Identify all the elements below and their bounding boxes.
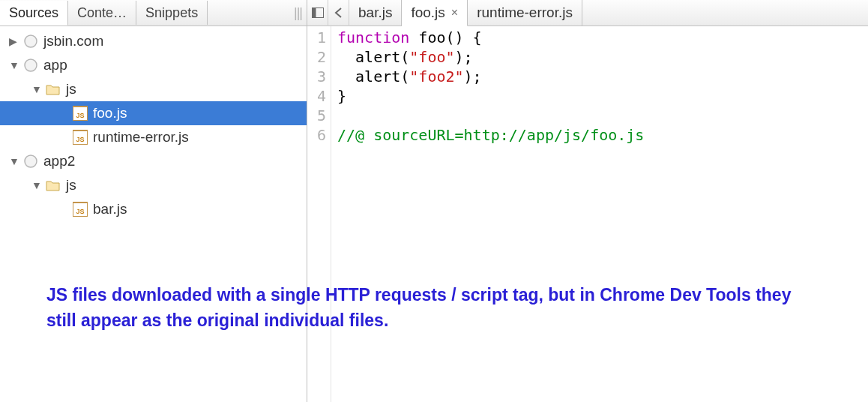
folder-icon	[45, 81, 61, 98]
chevron-down-icon: ▼	[31, 179, 45, 191]
js-file-icon: JS	[72, 105, 88, 122]
tree-file-foo-js[interactable]: JS foo.js	[0, 101, 307, 125]
devtools-root: Sources Conte… Snippets ||| ▶ jsbin.com …	[0, 0, 868, 402]
chevron-right-icon: ▶	[9, 35, 22, 47]
tree-label: foo.js	[93, 105, 127, 122]
close-icon[interactable]: ×	[451, 6, 458, 20]
code-token: }	[337, 87, 346, 105]
editor-tab-runtime-error-js[interactable]: runtime-error.js	[468, 0, 582, 26]
code-token: "foo2"	[409, 68, 463, 86]
overlay-annotation: JS files downloaded with a single HTTP r…	[46, 282, 819, 333]
tree-label: runtime-error.js	[93, 129, 189, 146]
line-number: 1	[307, 28, 326, 47]
tree-domain-app[interactable]: ▼ app	[0, 53, 307, 77]
editor-tab-bar-js[interactable]: bar.js	[349, 0, 402, 26]
tab-label: bar.js	[358, 4, 392, 21]
editor-area: bar.js foo.js × runtime-error.js 1 2 3 4…	[307, 0, 868, 402]
tree-domain-jsbin[interactable]: ▶ jsbin.com	[0, 29, 307, 53]
sidebar-tabstrip: Sources Conte… Snippets |||	[0, 0, 307, 26]
chevron-down-icon: ▼	[9, 59, 22, 71]
line-gutter: 1 2 3 4 5 6	[307, 26, 331, 402]
svg-point-2	[25, 155, 37, 167]
tab-label: foo.js	[411, 4, 444, 21]
svg-point-1	[25, 59, 37, 71]
tree-domain-app2[interactable]: ▼ app2	[0, 149, 307, 173]
tab-content-scripts[interactable]: Conte…	[68, 1, 136, 25]
code-token: foo() {	[409, 28, 481, 46]
tree-label: jsbin.com	[43, 33, 103, 50]
line-number: 3	[307, 67, 326, 86]
tab-sources[interactable]: Sources	[0, 1, 68, 26]
domain-icon	[22, 57, 39, 74]
editor-tabstrip: bar.js foo.js × runtime-error.js	[307, 0, 868, 26]
js-file-icon: JS	[72, 201, 88, 218]
js-file-icon: JS	[72, 129, 88, 146]
tree-file-runtime-error-js[interactable]: JS runtime-error.js	[0, 125, 307, 149]
code-token: "foo"	[409, 48, 454, 66]
domain-icon	[22, 33, 39, 50]
tree-file-bar-js[interactable]: JS bar.js	[0, 197, 307, 221]
code-editor[interactable]: 1 2 3 4 5 6 function foo() { alert("foo"…	[307, 26, 868, 402]
line-number: 6	[307, 125, 326, 145]
code-content[interactable]: function foo() { alert("foo"); alert("fo…	[331, 26, 644, 402]
code-token: );	[464, 68, 482, 86]
tree-folder-app2-js[interactable]: ▼ js	[0, 173, 307, 197]
svg-point-0	[25, 35, 37, 47]
folder-icon	[45, 177, 61, 194]
code-token: //@ sourceURL=http://app/js/foo.js	[337, 126, 644, 144]
line-number: 5	[307, 106, 326, 125]
code-token: function	[337, 28, 409, 46]
line-number: 2	[307, 47, 326, 67]
sources-sidebar: Sources Conte… Snippets ||| ▶ jsbin.com …	[0, 0, 307, 402]
history-back-icon[interactable]	[328, 0, 349, 26]
chevron-down-icon: ▼	[31, 83, 45, 95]
tab-snippets[interactable]: Snippets	[136, 1, 208, 25]
tree-label: js	[66, 81, 76, 98]
code-token: );	[455, 48, 473, 66]
svg-rect-4	[312, 8, 316, 18]
code-token: alert(	[337, 68, 409, 86]
toggle-navigator-icon[interactable]	[307, 0, 328, 26]
tree-label: app	[43, 57, 67, 74]
tree-folder-app-js[interactable]: ▼ js	[0, 77, 307, 101]
tree-label: js	[66, 177, 76, 194]
editor-tab-foo-js[interactable]: foo.js ×	[402, 0, 468, 26]
chevron-down-icon: ▼	[9, 155, 22, 167]
tree-label: bar.js	[93, 201, 127, 218]
code-token: alert(	[337, 48, 409, 66]
tab-label: runtime-error.js	[477, 4, 573, 21]
tree-label: app2	[43, 153, 75, 170]
resize-handle-icon[interactable]: |||	[289, 5, 307, 21]
line-number: 4	[307, 86, 326, 106]
file-tree: ▶ jsbin.com ▼ app ▼ js	[0, 26, 307, 402]
domain-icon	[22, 153, 39, 170]
